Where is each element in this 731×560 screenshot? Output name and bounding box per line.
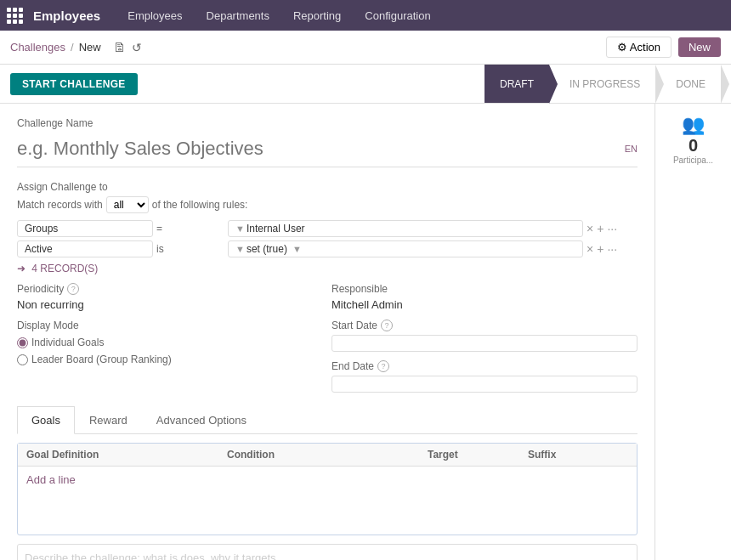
col-condition: Condition (227, 449, 428, 461)
radio-individual[interactable]: Individual Goals (17, 337, 323, 348)
discard-icon[interactable]: ↺ (132, 41, 142, 54)
records-arrow: ➜ (17, 263, 26, 274)
responsible-group: Responsible Mitchell Admin (332, 283, 638, 311)
assign-label: Assign Challenge to (17, 181, 638, 193)
match-select[interactable]: all any (106, 196, 149, 213)
radio-leaderboard[interactable]: Leader Board (Group Ranking) (17, 354, 323, 365)
display-mode-label: Display Mode (17, 320, 323, 331)
nav-item-employees[interactable]: Employees (117, 0, 192, 31)
start-date-label: Start Date ? (332, 320, 638, 331)
rule-field-groups[interactable]: Groups (17, 220, 153, 237)
rule-value-groups[interactable]: ▼ Internal User (228, 220, 583, 237)
periodicity-group: Periodicity ? Non recurring (17, 283, 323, 311)
periodicity-value: Non recurring (17, 298, 323, 311)
col-target: Target (428, 449, 528, 461)
challenge-name-wrapper: Challenge Name EN (17, 117, 638, 167)
end-date-label: End Date ? (332, 360, 638, 372)
display-mode-radios: Individual Goals Leader Board (Group Ran… (17, 337, 323, 365)
left-fields: Periodicity ? Non recurring Display Mode (17, 283, 323, 393)
end-date-input[interactable] (332, 376, 638, 393)
end-date-group: End Date ? (332, 360, 638, 393)
radio-individual-input[interactable] (17, 337, 28, 348)
end-date-help[interactable]: ? (377, 360, 389, 372)
periodicity-help[interactable]: ? (67, 283, 79, 295)
rule-actions-active: × + ··· (586, 242, 638, 256)
breadcrumb-bar: Challenges / New 🖺 ↺ ⚙ Action New (0, 31, 731, 65)
top-navigation: Employees Employees Departments Reportin… (0, 0, 731, 31)
match-prefix: Match records with (17, 199, 103, 211)
content-wrapper: Challenge Name EN Assign Challenge to Ma… (0, 104, 731, 560)
participants-count: 0 (662, 136, 724, 156)
match-suffix: of the following rules: (152, 199, 248, 211)
rule-add-groups[interactable]: + (597, 222, 604, 235)
assign-section: Assign Challenge to Match records with a… (17, 181, 638, 274)
participants-icon: 👥 (662, 114, 724, 136)
goals-table-body: Add a line (18, 467, 637, 535)
responsible-label: Responsible (332, 283, 638, 295)
start-challenge-button[interactable]: START CHALLENGE (10, 73, 138, 95)
tab-reward[interactable]: Reward (75, 406, 142, 434)
rule-row-active: Active is ▼ set (true) ▼ × + ··· (17, 240, 638, 257)
tabs-bar: Goals Reward Advanced Options (17, 406, 638, 434)
new-button[interactable]: New (678, 37, 721, 57)
main-content: Challenge Name EN Assign Challenge to Ma… (0, 104, 731, 560)
two-col-fields: Periodicity ? Non recurring Display Mode (17, 283, 638, 393)
breadcrumb-right: ⚙ Action New (606, 37, 721, 58)
rule-more-active[interactable]: ··· (607, 242, 617, 256)
nav-item-reporting[interactable]: Reporting (283, 0, 351, 31)
rule-more-groups[interactable]: ··· (607, 222, 617, 235)
rule-field-active[interactable]: Active (17, 240, 153, 257)
nav-item-configuration[interactable]: Configuration (354, 0, 440, 31)
main-form: Challenge Name EN Assign Challenge to Ma… (0, 104, 654, 560)
display-mode-group: Display Mode Individual Goals Leader Boa… (17, 320, 323, 365)
right-fields: Responsible Mitchell Admin Start Date ? (332, 283, 638, 393)
form-area: Challenge Name EN Assign Challenge to Ma… (0, 104, 654, 560)
lang-badge[interactable]: EN (625, 144, 638, 154)
periodicity-label: Periodicity ? (17, 283, 323, 295)
app-name[interactable]: Employees (33, 8, 100, 23)
rule-delete-active[interactable]: × (586, 242, 593, 256)
action-button[interactable]: ⚙ Action (606, 37, 672, 58)
rule-value-active[interactable]: ▼ set (true) ▼ (228, 240, 583, 257)
start-date-help[interactable]: ? (381, 320, 393, 331)
breadcrumb-left: Challenges / New 🖺 ↺ (10, 41, 142, 54)
col-goal-definition: Goal Definition (26, 449, 227, 461)
start-date-group: Start Date ? (332, 320, 638, 352)
breadcrumb-parent[interactable]: Challenges (10, 41, 65, 54)
status-bar: START CHALLENGE DRAFT IN PROGRESS DONE (0, 65, 731, 104)
breadcrumb-separator: / (71, 41, 74, 54)
rule-actions-groups: × + ··· (586, 222, 638, 235)
status-step-done[interactable]: DONE (655, 65, 721, 103)
radio-leaderboard-input[interactable] (17, 354, 28, 365)
participants-label: Participa... (662, 156, 724, 165)
responsible-value: Mitchell Admin (332, 298, 638, 311)
rule-operator-active: is (156, 243, 224, 255)
start-date-input[interactable] (332, 335, 638, 352)
challenge-name-input[interactable] (17, 134, 618, 163)
status-steps: DRAFT IN PROGRESS DONE (484, 65, 721, 103)
tab-goals[interactable]: Goals (17, 406, 75, 434)
rule-add-active[interactable]: + (597, 242, 604, 256)
goals-table-header: Goal Definition Condition Target Suffix (18, 444, 637, 467)
breadcrumb-icons: 🖺 ↺ (113, 41, 142, 54)
breadcrumb-current: New (79, 41, 101, 54)
app-grid-icon[interactable] (7, 8, 23, 24)
match-row: Match records with all any of the follow… (17, 196, 638, 213)
add-line[interactable]: Add a line (18, 467, 637, 493)
rule-delete-groups[interactable]: × (586, 222, 593, 235)
goals-table: Goal Definition Condition Target Suffix … (17, 443, 638, 535)
rule-row-groups: Groups = ▼ Internal User × + ··· (17, 220, 638, 237)
nav-item-departments[interactable]: Departments (196, 0, 280, 31)
right-panel: 👥 0 Participa... (654, 104, 731, 560)
tab-advanced-options[interactable]: Advanced Options (142, 406, 261, 434)
challenge-name-label: Challenge Name (17, 117, 638, 129)
status-step-in-progress[interactable]: IN PROGRESS (549, 65, 655, 103)
description-area[interactable]: Describe the challenge: what is does, wh… (17, 544, 638, 560)
records-link[interactable]: ➜ 4 RECORD(S) (17, 263, 638, 274)
col-suffix: Suffix (528, 449, 628, 461)
rule-operator-groups: = (156, 223, 224, 235)
status-step-draft[interactable]: DRAFT (484, 65, 549, 103)
save-icon[interactable]: 🖺 (113, 41, 125, 54)
description-wrapper: Describe the challenge: what is does, wh… (17, 544, 638, 560)
